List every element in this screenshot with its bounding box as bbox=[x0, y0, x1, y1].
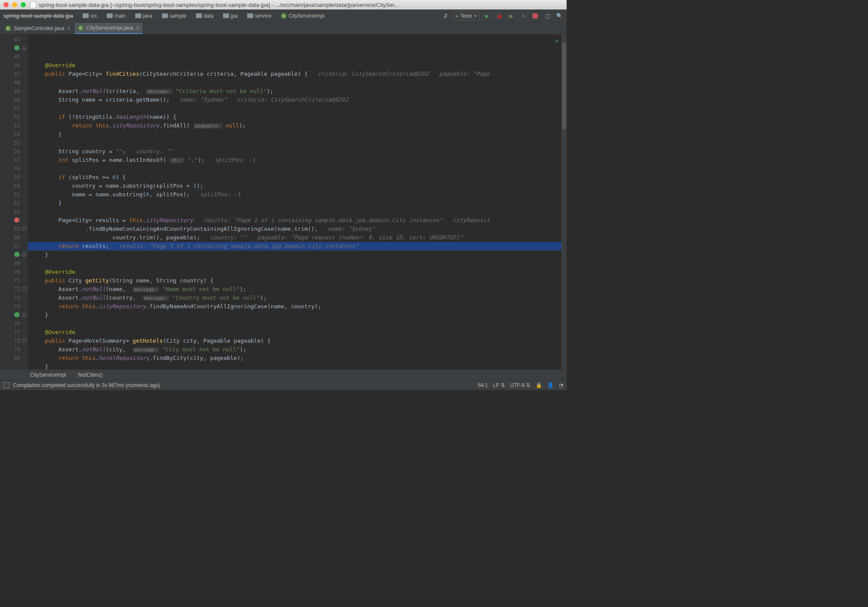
crumb-class[interactable]: CityServiceImpl bbox=[30, 372, 66, 378]
code-area[interactable]: ✔ @Override public Page<City> findCities… bbox=[28, 34, 561, 369]
line-number[interactable]: 64 bbox=[0, 216, 20, 225]
code-line[interactable]: @Override bbox=[28, 328, 561, 337]
code-line[interactable]: int splitPos = name.lastIndexOf( str: ",… bbox=[28, 156, 561, 164]
line-number[interactable]: 80 bbox=[0, 354, 20, 362]
code-line[interactable]: } bbox=[28, 130, 561, 139]
stop-button[interactable] bbox=[530, 11, 540, 21]
code-line[interactable]: Assert.notNull(criteria, message: "Crite… bbox=[28, 87, 561, 96]
close-window-button[interactable] bbox=[3, 2, 9, 7]
line-number[interactable]: 47 bbox=[0, 70, 20, 78]
search-everywhere-icon[interactable]: 🔍 bbox=[555, 11, 564, 21]
code-line[interactable]: country = name.substring(splitPos + 1); bbox=[28, 182, 561, 190]
scroll-thumb[interactable] bbox=[562, 43, 566, 129]
fold-marker-icon[interactable]: − bbox=[22, 313, 26, 317]
code-line[interactable]: } bbox=[28, 199, 561, 207]
code-line[interactable]: } bbox=[28, 362, 561, 369]
build-icon[interactable]: ⇵ bbox=[441, 11, 450, 21]
line-number[interactable]: 52 bbox=[0, 113, 20, 121]
code-line[interactable]: public Page<City> findCities(CitySearchC… bbox=[28, 70, 561, 78]
code-line[interactable]: public City getCity(String name, String … bbox=[28, 276, 561, 285]
code-line[interactable]: public Page<HotelSummary> getHotels(City… bbox=[28, 337, 561, 345]
code-line[interactable]: Assert.notNull(country, message: "Countr… bbox=[28, 294, 561, 302]
code-line[interactable] bbox=[28, 319, 561, 328]
status-icon[interactable] bbox=[3, 382, 9, 388]
code-line[interactable] bbox=[28, 104, 561, 113]
code-line[interactable]: return this.cityRepository.findByNameAnd… bbox=[28, 302, 561, 311]
override-marker-icon[interactable] bbox=[14, 45, 19, 50]
code-line[interactable]: return this.cityRepository.findAll( page… bbox=[28, 121, 561, 130]
line-number[interactable]: 45 bbox=[0, 53, 20, 61]
line-number[interactable]: 71 bbox=[0, 276, 20, 285]
line-number[interactable]: 76 bbox=[0, 319, 20, 328]
scrollbar[interactable] bbox=[561, 34, 567, 369]
line-number[interactable]: 74 bbox=[0, 302, 20, 311]
line-number[interactable]: 62 bbox=[0, 199, 20, 207]
structure-breadcrumb[interactable]: CityServiceImpl 〉 findCities() bbox=[0, 369, 567, 380]
code-line[interactable]: country.trim(), pageable); country: "" p… bbox=[28, 233, 561, 242]
line-number[interactable]: 77 bbox=[0, 328, 20, 337]
memory-indicator[interactable]: ◔ bbox=[559, 382, 563, 388]
code-line[interactable] bbox=[28, 164, 561, 173]
code-line[interactable]: } bbox=[28, 251, 561, 259]
line-number[interactable]: 58 bbox=[0, 164, 20, 173]
line-number[interactable]: 78⌃ bbox=[0, 337, 20, 345]
breadcrumb-item[interactable]: java bbox=[134, 13, 153, 19]
breadcrumb-item[interactable]: spring-boot-sample-data-jpa bbox=[3, 13, 74, 19]
line-number[interactable]: 61 bbox=[0, 190, 20, 199]
code-line[interactable] bbox=[28, 139, 561, 147]
breadcrumb-item[interactable]: src bbox=[82, 13, 98, 19]
editor-tab[interactable]: CSampleController.java× bbox=[2, 23, 74, 34]
profile-button[interactable]: ≡ bbox=[518, 11, 528, 21]
line-number[interactable]: 68− bbox=[0, 251, 20, 259]
line-number[interactable]: 79 bbox=[0, 345, 20, 354]
code-line[interactable]: .findByNameContainingAndCountryContainin… bbox=[28, 225, 561, 233]
code-line[interactable]: String name = criteria.getName(); name: … bbox=[28, 96, 561, 104]
code-line[interactable]: if (splitPos >= 0) { bbox=[28, 173, 561, 182]
run-configuration-selector[interactable]: ▸ Tests ▾ bbox=[453, 11, 480, 21]
line-number[interactable]: 60 bbox=[0, 182, 20, 190]
caret-position[interactable]: 64:1 bbox=[478, 382, 488, 388]
lock-icon[interactable]: 🔒 bbox=[536, 382, 542, 388]
inspection-icon[interactable]: 👤 bbox=[547, 382, 554, 388]
minimize-window-button[interactable] bbox=[12, 2, 17, 7]
line-number[interactable]: 55 bbox=[0, 139, 20, 147]
line-number[interactable]: 66 bbox=[0, 233, 20, 242]
line-number[interactable]: 57 bbox=[0, 156, 20, 164]
file-encoding[interactable]: UTF-8 ⇅ bbox=[510, 382, 530, 388]
line-separator[interactable]: LF ⇅ bbox=[493, 382, 505, 388]
code-line[interactable]: return results; results: "Page 1 of 1 co… bbox=[28, 242, 561, 251]
close-tab-icon[interactable]: × bbox=[136, 25, 139, 31]
crumb-method[interactable]: findCities() bbox=[78, 372, 102, 378]
code-line[interactable]: name = name.substring(0, splitPos); spli… bbox=[28, 190, 561, 199]
line-number[interactable]: 63 bbox=[0, 207, 20, 216]
line-number[interactable]: 67 bbox=[0, 242, 20, 251]
line-number[interactable]: 43 bbox=[0, 35, 20, 44]
breadcrumb-item[interactable]: data bbox=[195, 13, 214, 19]
line-number[interactable]: 56 bbox=[0, 147, 20, 156]
line-number[interactable]: 75− bbox=[0, 311, 20, 319]
inspection-ok-icon[interactable]: ✔ bbox=[555, 36, 559, 45]
layout-icon[interactable]: ▢ bbox=[542, 11, 552, 21]
code-line[interactable]: @Override bbox=[28, 268, 561, 276]
fold-marker-icon[interactable]: − bbox=[22, 253, 26, 257]
line-number[interactable]: 50 bbox=[0, 96, 20, 104]
fold-marker-icon[interactable]: ⌃ bbox=[22, 227, 26, 231]
fold-marker-icon[interactable]: ⌃ bbox=[22, 287, 26, 291]
override-marker-icon[interactable] bbox=[14, 312, 19, 317]
fold-marker-icon[interactable]: ⌃ bbox=[22, 339, 26, 343]
code-line[interactable] bbox=[28, 259, 561, 268]
line-number[interactable]: 48 bbox=[0, 78, 20, 87]
line-number[interactable]: 54 bbox=[0, 130, 20, 139]
gutter[interactable]: 4344−45464748495051525354555657585960616… bbox=[0, 34, 28, 369]
maximize-window-button[interactable] bbox=[21, 2, 26, 7]
code-line[interactable]: return this.hotelRepository.findByCity(c… bbox=[28, 354, 561, 362]
breadcrumb-item[interactable]: main bbox=[106, 13, 127, 19]
line-number[interactable]: 72⌃ bbox=[0, 285, 20, 294]
line-number[interactable]: 44− bbox=[0, 44, 20, 53]
breadcrumb-item[interactable]: service bbox=[246, 13, 272, 19]
coverage-button[interactable]: ▶ bbox=[506, 11, 516, 21]
breadcrumb-item[interactable]: sample bbox=[161, 13, 187, 19]
line-number[interactable]: 53 bbox=[0, 121, 20, 130]
code-line[interactable]: Assert.notNull(city, message: "City must… bbox=[28, 345, 561, 354]
breakpoint-hit-icon[interactable] bbox=[14, 217, 19, 223]
